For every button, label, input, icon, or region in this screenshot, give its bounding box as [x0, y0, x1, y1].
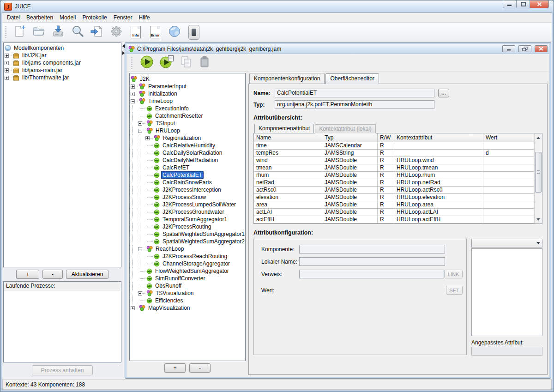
expand-icon[interactable] [131, 92, 135, 96]
paste-component-button[interactable] [198, 55, 211, 70]
import-button[interactable] [89, 24, 105, 41]
table-cell[interactable]: tmean [254, 164, 322, 172]
model-remove-button[interactable]: - [189, 363, 211, 373]
table-cell[interactable]: HRULoop.actEffH [394, 216, 483, 223]
model-add-button[interactable]: + [164, 363, 186, 373]
table-cell[interactable]: R [378, 209, 394, 216]
table-scrollbar[interactable] [534, 133, 542, 223]
table-cell[interactable] [394, 150, 483, 157]
menu-item-fenster[interactable]: Fenster [110, 13, 136, 22]
table-cell[interactable]: actRsc0 [254, 187, 322, 194]
set-button[interactable]: SET [446, 286, 463, 295]
stop-process-button[interactable]: Prozess anhalten [32, 365, 93, 375]
model-tree-item[interactable]: CalcPotentialET [131, 171, 244, 179]
copy-component-button[interactable] [180, 55, 193, 70]
toolbar-grip[interactable] [5, 26, 6, 39]
library-tree[interactable]: Modellkomponentenlib\J2K.jarlib\jams-com… [3, 42, 121, 267]
model-minimize-button[interactable] [502, 45, 515, 52]
table-cell[interactable]: tempRes [254, 150, 322, 157]
table-cell[interactable] [483, 142, 534, 150]
verweis-field[interactable] [299, 270, 445, 278]
model-tree-item[interactable]: ChannelStorageAggregator [131, 260, 244, 267]
name-field[interactable]: CalcPotentialET [275, 89, 434, 97]
model-window-titlebar[interactable]: C:\Program Files\jams\data\j2k_gehlberg\… [126, 44, 549, 54]
table-cell[interactable] [483, 157, 534, 164]
collapse-left-icon[interactable] [122, 44, 125, 48]
expand-icon[interactable] [5, 54, 9, 58]
tab-komponentenkonfiguration[interactable]: Komponentenkonfiguration [249, 73, 325, 84]
table-cell[interactable] [483, 216, 534, 223]
model-tree-item[interactable]: Initialization [131, 90, 244, 97]
model-tree-item[interactable]: TemporalSumAggregator1 [131, 216, 244, 223]
menu-item-bearbeiten[interactable]: Bearbeiten [23, 13, 56, 22]
close-button[interactable] [530, 0, 549, 8]
model-tree-item[interactable]: CalcRefET [131, 164, 244, 171]
table-cell[interactable]: JAMSString [322, 150, 378, 157]
table-cell[interactable] [483, 179, 534, 187]
library-add-button[interactable]: + [16, 270, 39, 279]
model-tree-item[interactable]: CalcDailySolarRadiation [131, 149, 244, 157]
run-model-button[interactable] [140, 55, 154, 70]
menu-item-datei[interactable]: Datei [4, 13, 23, 22]
expand-icon[interactable] [145, 136, 150, 140]
table-cell[interactable]: wind [254, 157, 322, 164]
table-cell[interactable]: R [378, 142, 394, 150]
search-button[interactable] [69, 24, 86, 41]
library-tree-item[interactable]: lib\jams-components.jar [5, 59, 120, 66]
table-header-cell[interactable]: Kontextattribut [394, 133, 483, 142]
menu-item-hilfe[interactable]: Hilfe [135, 13, 153, 22]
table-header-cell[interactable]: R/W [378, 133, 394, 142]
table-cell[interactable]: HRULoop.wind [394, 157, 483, 164]
komponente-field[interactable] [299, 245, 445, 253]
info-log-button[interactable]: Info [127, 24, 144, 41]
table-cell[interactable]: JAMSDouble [322, 164, 378, 172]
expand-icon[interactable] [5, 76, 9, 80]
model-tree-item[interactable]: MapVisualization [131, 304, 244, 312]
scroll-thumb[interactable] [535, 152, 542, 193]
table-cell[interactable] [483, 209, 534, 216]
table-cell[interactable]: JAMSCalendar [322, 142, 378, 150]
collapse-icon[interactable] [138, 129, 142, 133]
table-cell[interactable]: HRULoop.area [394, 201, 483, 209]
link-button[interactable]: LINK [444, 270, 463, 278]
model-tree-item[interactable]: J2KProcessLumpedSoilWater [131, 201, 244, 208]
table-cell[interactable]: HRULoop.elevation [394, 194, 483, 201]
panel-toggle-button[interactable] [186, 24, 202, 41]
settings-button[interactable] [108, 24, 125, 41]
table-cell[interactable]: JAMSDouble [322, 209, 378, 216]
expand-icon[interactable] [131, 306, 135, 310]
save-model-button[interactable] [50, 24, 66, 41]
minimize-button[interactable] [503, 0, 517, 8]
titlebar[interactable]: J JUICE [0, 0, 554, 12]
table-header-cell[interactable]: Wert [483, 133, 534, 142]
table-cell[interactable] [394, 142, 483, 150]
tab-oberflaecheneditor[interactable]: Oberflächeneditor [325, 73, 379, 84]
table-cell[interactable]: JAMSDouble [322, 172, 378, 179]
table-header-cell[interactable]: Typ [322, 133, 378, 142]
table-cell[interactable]: time [254, 142, 322, 150]
table-cell[interactable]: JAMSDouble [322, 179, 378, 187]
collapse-icon[interactable] [138, 247, 142, 251]
model-tree-item[interactable]: Regionalization [131, 134, 244, 142]
model-tree-item[interactable]: SimRunoffConverter [131, 275, 244, 282]
expand-icon[interactable] [131, 84, 135, 89]
model-tree-item[interactable]: J2KProcessGroundwater [131, 208, 244, 216]
more-button[interactable]: ... [438, 89, 449, 97]
model-tree-item[interactable]: CalcRelativeHumidity [131, 142, 244, 149]
expand-icon[interactable] [138, 291, 142, 296]
menu-item-protokolle[interactable]: Protokolle [79, 13, 110, 22]
menu-item-modell[interactable]: Modell [56, 13, 79, 22]
table-cell[interactable]: elevation [254, 194, 322, 201]
model-tree-item[interactable]: CalcRainSnowParts [131, 179, 244, 186]
model-tree-item[interactable]: TimeLoop [131, 97, 244, 105]
model-tree-item[interactable]: HRULoop [131, 127, 244, 134]
model-tree[interactable]: J2KParameterInputInitializationTimeLoopE… [129, 73, 246, 361]
collapse-right-icon[interactable] [122, 51, 125, 55]
model-tree-item[interactable]: J2KProcessSnow [131, 193, 244, 201]
model-tree-item[interactable]: TSVisualization [131, 289, 244, 297]
library-refresh-button[interactable]: Aktualisieren [66, 270, 108, 279]
table-cell[interactable]: R [378, 172, 394, 179]
model-tree-item[interactable]: SpatialWeightedSumAggregator2 [131, 238, 244, 245]
model-tree-item[interactable]: J2KProcessReachRouting [131, 253, 244, 260]
model-tree-item[interactable]: ExecutionInfo [131, 105, 244, 112]
